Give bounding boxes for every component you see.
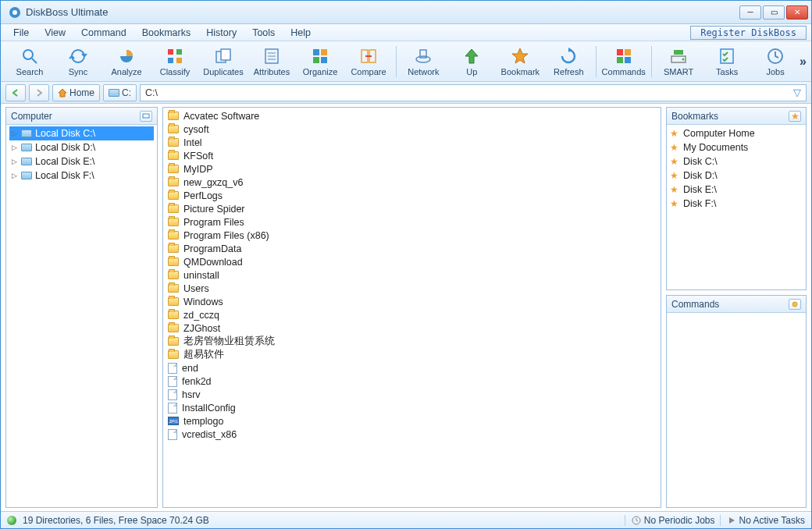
toolbar-label: Up bbox=[466, 67, 477, 76]
file-item[interactable]: uninstall bbox=[168, 268, 656, 282]
file-item[interactable]: fenk2d bbox=[168, 375, 656, 388]
svg-rect-5 bbox=[176, 49, 182, 55]
file-item[interactable]: zd_cczq bbox=[168, 308, 656, 321]
file-item[interactable]: 超易软件 bbox=[168, 348, 656, 361]
file-item[interactable]: QMDownload bbox=[168, 255, 656, 268]
svg-rect-23 bbox=[625, 49, 631, 55]
register-button[interactable]: Register DiskBoss bbox=[690, 26, 807, 40]
file-item[interactable]: Program Files (x86) bbox=[168, 229, 656, 242]
file-item[interactable]: Users bbox=[168, 282, 656, 295]
file-item[interactable]: Intel bbox=[168, 136, 656, 149]
menu-help[interactable]: Help bbox=[283, 26, 319, 40]
file-item[interactable]: Acvatec Software bbox=[168, 109, 656, 122]
commands-panel-icon[interactable] bbox=[789, 299, 801, 310]
path-dropdown-icon[interactable]: ▽ bbox=[793, 87, 801, 98]
toolbar-network-button[interactable]: Network bbox=[399, 43, 447, 80]
tree-item[interactable]: ▷Local Disk D:\ bbox=[9, 140, 154, 154]
file-item[interactable]: KFSoft bbox=[168, 149, 656, 162]
file-item[interactable]: Picture Spider bbox=[168, 202, 656, 215]
toolbar-classify-button[interactable]: Classify bbox=[151, 43, 199, 80]
bookmark-label: Disk E:\ bbox=[683, 184, 717, 195]
bookmark-item[interactable]: ★Disk D:\ bbox=[670, 169, 803, 183]
file-item[interactable]: end bbox=[168, 361, 656, 375]
file-item[interactable]: ZJGhost bbox=[168, 321, 656, 335]
tree-item[interactable]: ▷Local Disk C:\ bbox=[9, 126, 154, 140]
toolbar-overflow-button[interactable]: » bbox=[800, 55, 807, 69]
bookmark-label: Disk C:\ bbox=[683, 156, 718, 167]
file-item[interactable]: new_gxzq_v6 bbox=[168, 176, 656, 189]
tree-item[interactable]: ▷Local Disk F:\ bbox=[9, 169, 154, 183]
bookmarks-panel-icon[interactable]: ★ bbox=[789, 111, 801, 122]
computer-panel-icon[interactable] bbox=[140, 111, 152, 122]
file-name: Picture Spider bbox=[183, 204, 245, 215]
file-item[interactable]: InstallConfig bbox=[168, 401, 656, 414]
nav-drive-button[interactable]: C: bbox=[103, 84, 137, 101]
tree-item[interactable]: ▷Local Disk E:\ bbox=[9, 154, 154, 169]
toolbar-label: Classify bbox=[160, 67, 191, 76]
commands-list bbox=[667, 313, 806, 507]
file-list[interactable]: Acvatec SoftwarecysoftIntelKFSoftMyIDPne… bbox=[163, 108, 661, 507]
expander-icon[interactable]: ▷ bbox=[11, 158, 18, 165]
bookmark-item[interactable]: ★Disk E:\ bbox=[670, 183, 803, 197]
menu-bookmarks[interactable]: Bookmarks bbox=[134, 26, 199, 40]
menu-history[interactable]: History bbox=[198, 26, 244, 40]
file-item[interactable]: hsrv bbox=[168, 388, 656, 401]
folder-icon bbox=[168, 151, 179, 160]
drive-icon bbox=[21, 144, 32, 151]
toolbar-label: Commands bbox=[602, 67, 646, 76]
file-item[interactable]: Windows bbox=[168, 295, 656, 308]
path-input[interactable]: C:\ ▽ bbox=[140, 84, 807, 101]
file-item[interactable]: Program Files bbox=[168, 215, 656, 229]
expander-icon[interactable]: ▷ bbox=[11, 144, 18, 151]
bookmark-item[interactable]: ★Disk C:\ bbox=[670, 154, 803, 169]
file-icon bbox=[168, 403, 177, 414]
star-icon: ★ bbox=[791, 111, 800, 122]
drive-icon bbox=[21, 158, 32, 165]
status-periodic-jobs[interactable]: No Periodic Jobs bbox=[625, 515, 715, 526]
file-item[interactable]: MyIDP bbox=[168, 162, 656, 176]
toolbar-jobs-button[interactable]: Jobs bbox=[751, 43, 800, 80]
toolbar-commands-button[interactable]: Commands bbox=[600, 43, 648, 80]
drive-icon bbox=[21, 130, 32, 137]
toolbar-attributes-button[interactable]: Attributes bbox=[248, 43, 296, 80]
commands-panel: Commands bbox=[666, 295, 807, 508]
toolbar-refresh-button[interactable]: Refresh bbox=[544, 43, 593, 80]
file-item[interactable]: JPGtemplogo bbox=[168, 414, 656, 428]
nav-forward-button[interactable] bbox=[29, 84, 49, 101]
file-item[interactable]: PerfLogs bbox=[168, 189, 656, 202]
clock-icon bbox=[632, 516, 641, 525]
toolbar-compare-button[interactable]: Compare bbox=[344, 43, 393, 80]
bookmark-item[interactable]: ★Computer Home bbox=[670, 126, 803, 140]
toolbar-duplicates-button[interactable]: Duplicates bbox=[199, 43, 248, 80]
bookmark-item[interactable]: ★My Documents bbox=[670, 140, 803, 154]
expander-icon[interactable]: ▷ bbox=[11, 130, 18, 137]
file-item[interactable]: ProgramData bbox=[168, 242, 656, 255]
compare-icon bbox=[359, 47, 378, 66]
status-active-tasks[interactable]: No Active Tasks bbox=[720, 515, 805, 526]
menu-tools[interactable]: Tools bbox=[244, 26, 283, 40]
toolbar-search-button[interactable]: Search bbox=[5, 43, 54, 80]
file-item[interactable]: vcredist_x86 bbox=[168, 428, 656, 441]
file-item[interactable]: 老房管物业租赁系统 bbox=[168, 335, 656, 348]
nav-home-button[interactable]: Home bbox=[52, 84, 100, 101]
close-button[interactable]: ✕ bbox=[786, 5, 808, 20]
minimize-button[interactable]: ─ bbox=[739, 5, 761, 20]
menu-command[interactable]: Command bbox=[73, 26, 134, 40]
star-icon: ★ bbox=[670, 184, 678, 195]
toolbar-analyze-button[interactable]: Analyze bbox=[102, 43, 151, 80]
toolbar-sync-button[interactable]: Sync bbox=[54, 43, 102, 80]
nav-back-button[interactable] bbox=[5, 84, 26, 101]
expander-icon[interactable]: ▷ bbox=[11, 172, 18, 179]
maximize-button[interactable]: ▭ bbox=[763, 5, 785, 20]
toolbar-organize-button[interactable]: Organize bbox=[296, 43, 344, 80]
menu-view[interactable]: View bbox=[37, 26, 73, 40]
toolbar-tasks-button[interactable]: Tasks bbox=[703, 43, 751, 80]
bookmark-item[interactable]: ★Disk F:\ bbox=[670, 197, 803, 211]
tree-item-label: Local Disk D:\ bbox=[35, 142, 95, 153]
toolbar-smart-button[interactable]: SMART bbox=[654, 43, 703, 80]
menu-file[interactable]: File bbox=[5, 26, 37, 40]
toolbar-bookmark-button[interactable]: Bookmark bbox=[496, 43, 544, 80]
tree-item-label: Local Disk C:\ bbox=[35, 128, 95, 139]
file-item[interactable]: cysoft bbox=[168, 122, 656, 136]
toolbar-up-button[interactable]: Up bbox=[447, 43, 496, 80]
